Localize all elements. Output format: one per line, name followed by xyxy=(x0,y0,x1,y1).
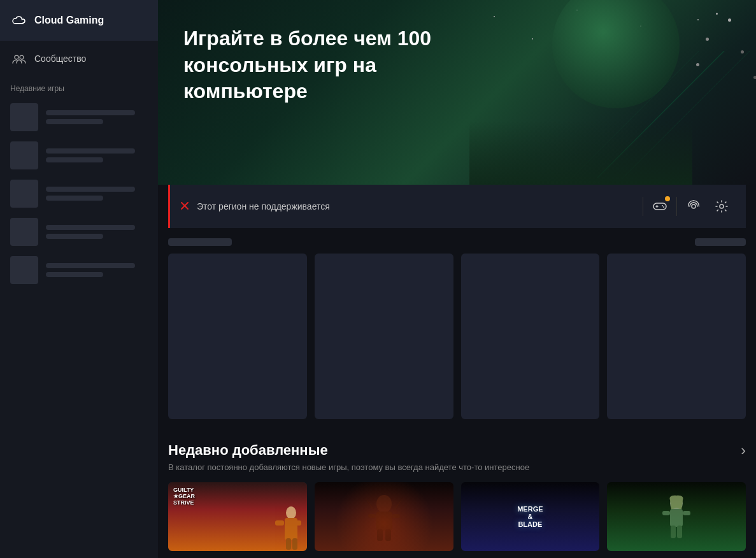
game-card-guilty-gear[interactable]: GUILTY★GEARSTRIVE xyxy=(168,482,307,551)
hero-title: Играйте в более чем 100 консольных игр н… xyxy=(183,25,438,105)
game-info xyxy=(46,187,148,201)
game-info xyxy=(46,110,148,124)
game-info xyxy=(46,148,148,162)
dark-fantasy-image xyxy=(315,482,453,551)
list-item[interactable] xyxy=(0,175,158,213)
sidebar-community[interactable]: Сообщество xyxy=(0,41,158,76)
game-sub-placeholder xyxy=(46,157,103,162)
svg-rect-31 xyxy=(677,526,682,538)
chevron-right-icon[interactable]: › xyxy=(741,443,746,458)
sidebar-cloud-gaming[interactable]: Cloud Gaming xyxy=(0,0,158,41)
close-x-icon xyxy=(180,201,189,212)
game-sub-placeholder xyxy=(46,234,103,239)
game-card-dark-fantasy[interactable] xyxy=(315,482,453,551)
list-item[interactable] xyxy=(0,213,158,251)
game-card[interactable] xyxy=(461,254,600,419)
game-info xyxy=(46,263,148,277)
list-item[interactable] xyxy=(0,136,158,175)
sidebar-title: Cloud Gaming xyxy=(34,15,104,26)
community-icon xyxy=(10,50,28,68)
svg-point-10 xyxy=(662,205,663,206)
sidebar: Cloud Gaming Сообщество Недавние игры xyxy=(0,0,158,558)
anime-character-silhouette xyxy=(657,494,695,551)
recent-games-section-label: Недавние игры xyxy=(0,76,158,98)
broadcast-icon xyxy=(687,200,700,213)
svg-point-1 xyxy=(20,55,24,59)
svg-rect-29 xyxy=(683,511,690,515)
svg-rect-17 xyxy=(292,520,301,526)
svg-point-14 xyxy=(286,506,296,519)
game-name-placeholder xyxy=(46,187,135,192)
orange-dot xyxy=(665,196,670,201)
gamepad-icon xyxy=(653,201,667,211)
star-decoration xyxy=(532,38,533,39)
character-silhouette xyxy=(256,494,307,551)
game-card-merge-blade[interactable]: MERGE&BLADE xyxy=(461,482,600,551)
notification-divider xyxy=(676,197,677,216)
svg-rect-27 xyxy=(670,509,683,527)
glow-effect xyxy=(315,482,453,551)
gamepad-button[interactable] xyxy=(646,192,674,220)
svg-point-12 xyxy=(692,204,695,208)
game-sub-placeholder xyxy=(46,272,103,277)
game-card[interactable] xyxy=(315,254,453,419)
main-content: Играйте в более чем 100 консольных игр н… xyxy=(158,0,756,558)
list-item[interactable] xyxy=(0,98,158,136)
recently-added-games-grid: GUILTY★GEARSTRIVE xyxy=(168,482,746,551)
notification-text: Этот регион не поддерживается xyxy=(197,201,640,211)
recently-added-title: Недавно добавленные xyxy=(168,442,328,459)
game-sub-placeholder xyxy=(46,196,103,201)
game-name-placeholder xyxy=(46,263,135,268)
broadcast-button[interactable] xyxy=(680,192,708,220)
game-name-placeholder xyxy=(46,148,135,154)
game-thumbnail xyxy=(10,180,38,208)
game-card[interactable] xyxy=(168,254,307,419)
hero-section: Играйте в более чем 100 консольных игр н… xyxy=(158,0,756,185)
game-sub-placeholder xyxy=(46,119,103,124)
section-header xyxy=(168,238,746,246)
game-card-anime[interactable] xyxy=(607,482,746,551)
svg-point-0 xyxy=(15,55,18,59)
svg-point-11 xyxy=(663,206,664,208)
game-info xyxy=(46,225,148,239)
svg-rect-16 xyxy=(275,520,284,526)
svg-rect-28 xyxy=(662,511,670,515)
list-item[interactable] xyxy=(0,251,158,289)
merge-blade-logo: MERGE&BLADE xyxy=(517,505,543,528)
anime-image xyxy=(607,482,746,551)
game-thumbnail xyxy=(10,256,38,284)
community-label: Сообщество xyxy=(34,54,86,64)
svg-rect-30 xyxy=(671,526,676,538)
section-more-skeleton xyxy=(695,238,746,246)
recently-added-header: Недавно добавленные › xyxy=(168,442,746,459)
star-decoration xyxy=(697,19,699,20)
game-thumbnail xyxy=(10,141,38,169)
game-name-placeholder xyxy=(46,225,135,230)
notification-content: Этот регион не поддерживается xyxy=(180,201,640,212)
settings-button[interactable] xyxy=(708,192,736,220)
cloud-icon xyxy=(10,11,28,29)
guilty-gear-logo: GUILTY★GEARSTRIVE xyxy=(173,487,195,506)
game-name-placeholder xyxy=(46,110,135,115)
hero-platform-decoration xyxy=(469,121,692,185)
svg-rect-19 xyxy=(292,538,297,550)
game-thumbnail xyxy=(10,103,38,131)
settings-icon xyxy=(715,200,728,213)
svg-rect-7 xyxy=(653,203,666,210)
notification-bar: Этот регион не поддерживается xyxy=(168,185,746,228)
game-card[interactable] xyxy=(607,254,746,419)
guilty-gear-image: GUILTY★GEARSTRIVE xyxy=(168,482,307,551)
games-grid-section xyxy=(158,228,756,429)
notification-divider xyxy=(643,197,643,216)
svg-point-13 xyxy=(720,204,724,208)
merge-blade-image: MERGE&BLADE xyxy=(461,482,600,551)
section-title-skeleton xyxy=(168,238,232,246)
game-thumbnail xyxy=(10,218,38,246)
star-decoration xyxy=(494,16,495,17)
games-grid xyxy=(168,254,746,419)
recently-added-section: Недавно добавленные › В каталог постоянн… xyxy=(158,429,756,558)
svg-rect-18 xyxy=(286,538,291,550)
recently-added-subtitle: В каталог постоянно добавляются новые иг… xyxy=(168,462,746,472)
